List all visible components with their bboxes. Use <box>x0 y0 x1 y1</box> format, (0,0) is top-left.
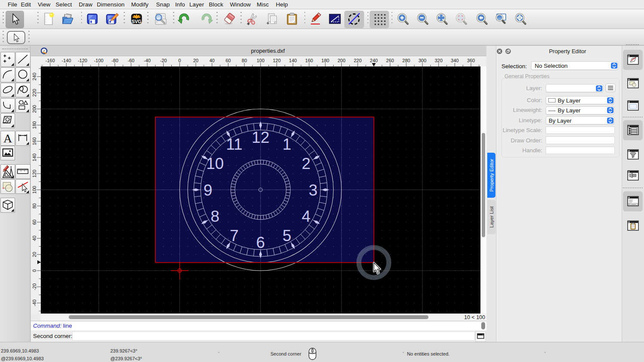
svg-text:200: 200 <box>337 57 345 63</box>
svg-text:7: 7 <box>230 227 239 244</box>
svg-text:3: 3 <box>309 181 318 199</box>
svg-text:180: 180 <box>32 121 37 129</box>
svg-text:5: 5 <box>283 227 292 244</box>
svg-text:-40: -40 <box>144 57 151 63</box>
svg-text:1: 1 <box>283 136 292 153</box>
svg-text:0: 0 <box>178 57 181 63</box>
svg-text:260: 260 <box>386 57 394 63</box>
svg-text:12: 12 <box>252 129 269 146</box>
svg-text:160: 160 <box>32 137 37 145</box>
svg-text:100: 100 <box>32 186 37 193</box>
svg-text:280: 280 <box>402 57 410 63</box>
svg-text:100: 100 <box>257 57 264 63</box>
svg-text:80: 80 <box>32 203 37 208</box>
svg-text:2: 2 <box>302 155 311 172</box>
svg-text:A: A <box>3 132 12 145</box>
svg-text:-140: -140 <box>61 57 71 63</box>
svg-text:0: 0 <box>32 269 37 272</box>
svg-text:-60: -60 <box>128 57 134 63</box>
svg-text:10: 10 <box>206 155 224 172</box>
svg-text:6: 6 <box>256 234 265 251</box>
svg-text:240: 240 <box>370 57 378 63</box>
svg-text:-20: -20 <box>160 57 167 63</box>
svg-text:40: 40 <box>32 235 37 241</box>
svg-text:180: 180 <box>322 57 329 63</box>
svg-text:-160: -160 <box>46 57 55 63</box>
svg-text:240: 240 <box>32 72 37 80</box>
svg-text:220: 220 <box>32 89 37 97</box>
svg-text:SVG: SVG <box>131 19 141 24</box>
svg-text:300: 300 <box>419 57 426 63</box>
svg-text:120: 120 <box>273 57 280 63</box>
svg-text:160: 160 <box>305 57 313 63</box>
svg-text:360: 360 <box>467 57 475 63</box>
svg-text:-80: -80 <box>112 57 118 63</box>
svg-text:60: 60 <box>225 57 231 63</box>
svg-text:20: 20 <box>32 252 37 257</box>
svg-text:8: 8 <box>211 208 220 225</box>
svg-text:340: 340 <box>451 57 459 63</box>
svg-text:-20: -20 <box>32 284 37 290</box>
svg-text:320: 320 <box>434 57 442 63</box>
svg-text:140: 140 <box>32 154 37 161</box>
svg-text:9: 9 <box>204 181 213 199</box>
svg-text:120: 120 <box>32 170 37 178</box>
svg-text:220: 220 <box>354 57 361 63</box>
svg-text:40: 40 <box>210 57 215 63</box>
svg-text:20: 20 <box>193 57 198 63</box>
svg-text:-100: -100 <box>94 57 103 63</box>
svg-text:60: 60 <box>32 220 37 225</box>
svg-text:140: 140 <box>289 57 297 63</box>
svg-text:-120: -120 <box>78 57 87 63</box>
svg-text:80: 80 <box>242 57 247 63</box>
svg-text:200: 200 <box>32 105 37 113</box>
svg-text:4: 4 <box>302 208 311 225</box>
svg-text:11: 11 <box>226 136 242 153</box>
svg-text:-40: -40 <box>32 299 37 306</box>
